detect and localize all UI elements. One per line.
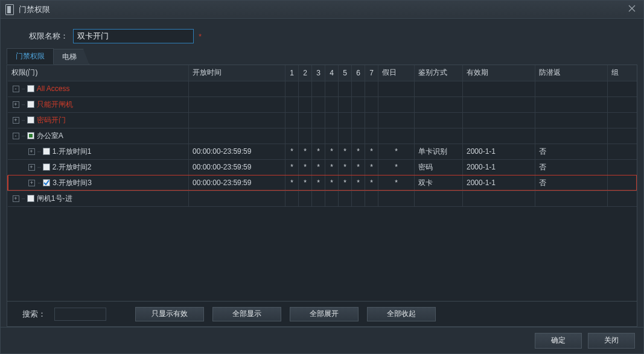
door-icon — [5, 4, 14, 15]
col-group[interactable]: 组 — [608, 65, 637, 81]
tree-label: 只能开闸机 — [37, 100, 73, 110]
col-anti[interactable]: 防潜返 — [535, 65, 608, 81]
group-cell — [608, 144, 637, 159]
expand-icon[interactable]: + — [13, 101, 19, 108]
checkbox-icon[interactable] — [27, 85, 34, 92]
checkbox-icon[interactable] — [27, 195, 34, 202]
table-row[interactable]: +···密码开门 — [8, 112, 637, 128]
col-auth[interactable]: 鉴别方式 — [415, 65, 463, 81]
tree-label: 3.开放时间3 — [53, 178, 92, 188]
time-cell: 00:00:00-23:59:59 — [189, 159, 285, 175]
col-d3[interactable]: 3 — [312, 65, 325, 81]
day-cell: * — [325, 175, 339, 191]
col-expire[interactable]: 有效期 — [463, 65, 535, 81]
tree-line: ··· — [37, 148, 40, 155]
col-holiday[interactable]: 假日 — [378, 65, 415, 81]
col-tree[interactable]: 权限(门) — [8, 65, 189, 81]
tree-line: ··· — [22, 117, 25, 124]
tree-line: ··· — [37, 180, 40, 186]
close-icon[interactable] — [628, 4, 639, 15]
holiday-cell: * — [378, 175, 415, 191]
day-cell: * — [339, 175, 352, 191]
table-row[interactable]: +···2.开放时间200:00:00-23:59:59********密码20… — [8, 159, 637, 175]
auth-cell: 双卡 — [415, 175, 463, 191]
col-time[interactable]: 开放时间 — [189, 65, 285, 81]
table-row[interactable]: +···1.开放时间100:00:00-23:59:59********单卡识别… — [8, 144, 637, 159]
tree-line: ··· — [22, 133, 25, 139]
expire-cell: 2000-1-1 — [463, 144, 535, 159]
expand-icon[interactable]: + — [13, 117, 19, 124]
name-label: 权限名称： — [7, 31, 73, 42]
day-cell: * — [365, 175, 378, 191]
checkbox-icon[interactable] — [43, 179, 50, 186]
btn-show-valid[interactable]: 只显示有效 — [135, 307, 204, 321]
ok-button[interactable]: 确定 — [535, 333, 582, 349]
table-row[interactable]: +···闸机1号-进 — [8, 191, 637, 206]
col-d1[interactable]: 1 — [285, 65, 299, 81]
tab-access[interactable]: 门禁权限 — [7, 48, 54, 65]
table-row[interactable]: +···只能开闸机 — [8, 96, 637, 112]
day-cell: * — [352, 144, 365, 159]
day-cell: * — [352, 175, 365, 191]
col-d2[interactable]: 2 — [299, 65, 312, 81]
tree-label: 密码开门 — [37, 115, 66, 125]
checkbox-icon[interactable] — [43, 148, 50, 155]
expand-icon[interactable]: + — [13, 195, 19, 202]
expire-cell: 2000-1-1 — [463, 175, 535, 191]
col-d6[interactable]: 6 — [352, 65, 365, 81]
day-cell: * — [299, 175, 312, 191]
title-bar: 门禁权限 — [1, 1, 643, 19]
expand-icon[interactable]: - — [13, 86, 19, 92]
tree-line: ··· — [22, 101, 25, 108]
day-cell: * — [325, 144, 339, 159]
expand-icon[interactable]: - — [13, 133, 19, 139]
close-button[interactable]: 关闭 — [588, 333, 635, 349]
dialog-footer: 确定 关闭 — [1, 327, 643, 353]
table-row[interactable]: +···3.开放时间300:00:00-23:59:59********双卡20… — [8, 175, 637, 191]
expire-cell: 2000-1-1 — [463, 159, 535, 175]
window-title: 门禁权限 — [19, 4, 50, 15]
window-root: 门禁权限 权限名称： * 门禁权限 电梯 权限(门) — [0, 0, 644, 354]
group-cell — [608, 159, 637, 175]
btn-show-all[interactable]: 全部显示 — [212, 307, 281, 321]
day-cell: * — [312, 144, 325, 159]
required-mark: * — [199, 32, 202, 41]
day-cell: * — [325, 159, 339, 175]
content-body: 权限名称： * 门禁权限 电梯 权限(门) 开放时间 1 — [1, 19, 643, 327]
anti-cell: 否 — [535, 175, 608, 191]
grid-wrap: 权限(门) 开放时间 1 2 3 4 5 6 7 假日 鉴别方式 有效期 防潜返… — [7, 65, 637, 327]
permission-name-input[interactable] — [73, 29, 194, 43]
day-cell: * — [285, 144, 299, 159]
day-cell: * — [365, 159, 378, 175]
tree-label: 1.开放时间1 — [53, 147, 92, 157]
col-d4[interactable]: 4 — [325, 65, 339, 81]
table-row[interactable]: -···All Access — [8, 81, 637, 96]
table-row[interactable]: -···办公室A — [8, 128, 637, 144]
search-input[interactable] — [54, 308, 106, 321]
checkbox-icon[interactable] — [43, 163, 50, 171]
expand-icon[interactable]: + — [28, 148, 35, 155]
name-row: 权限名称： * — [7, 26, 637, 46]
header-row: 权限(门) 开放时间 1 2 3 4 5 6 7 假日 鉴别方式 有效期 防潜返… — [8, 65, 637, 81]
auth-cell: 密码 — [415, 159, 463, 175]
expand-icon[interactable]: + — [28, 164, 35, 171]
day-cell: * — [285, 175, 299, 191]
expand-icon[interactable]: + — [28, 180, 35, 186]
tab-elevator[interactable]: 电梯 — [53, 49, 89, 65]
day-cell: * — [312, 175, 325, 191]
anti-cell: 否 — [535, 159, 608, 175]
col-d7[interactable]: 7 — [365, 65, 378, 81]
time-cell: 00:00:00-23:59:59 — [189, 175, 285, 191]
checkbox-icon[interactable] — [27, 132, 34, 139]
group-cell — [608, 175, 637, 191]
holiday-cell: * — [378, 144, 415, 159]
tree-line: ··· — [22, 195, 25, 202]
col-d5[interactable]: 5 — [339, 65, 352, 81]
holiday-cell: * — [378, 159, 415, 175]
checkbox-icon[interactable] — [27, 116, 34, 124]
day-cell: * — [299, 144, 312, 159]
btn-expand-all[interactable]: 全部展开 — [290, 307, 359, 321]
btn-collapse-all[interactable]: 全部收起 — [367, 307, 436, 321]
tree-line: ··· — [22, 86, 25, 92]
checkbox-icon[interactable] — [27, 101, 34, 108]
